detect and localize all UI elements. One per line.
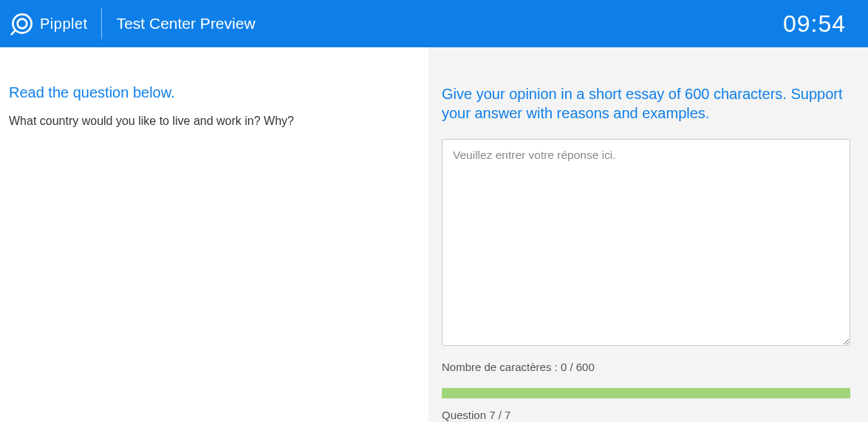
character-count: Nombre de caractères : 0 / 600	[442, 361, 850, 373]
answer-heading: Give your opinion in a short essay of 60…	[442, 84, 850, 123]
svg-point-0	[13, 14, 31, 33]
answer-panel: Give your opinion in a short essay of 60…	[428, 47, 868, 422]
question-heading: Read the question below.	[9, 84, 420, 101]
progress-bar	[442, 388, 850, 398]
question-text: What country would you like to live and …	[9, 115, 420, 128]
brand-logo[interactable]: Pipplet	[9, 8, 102, 39]
main-content: Read the question below. What country wo…	[0, 47, 868, 422]
pipplet-logo-icon	[9, 10, 35, 37]
answer-textarea[interactable]	[442, 139, 850, 346]
svg-point-1	[18, 19, 27, 29]
countdown-timer: 09:54	[783, 10, 859, 38]
brand-text: Pipplet	[40, 16, 88, 33]
question-panel: Read the question below. What country wo…	[0, 47, 428, 422]
question-number: Question 7 / 7	[442, 409, 850, 421]
page-title: Test Center Preview	[117, 15, 256, 33]
header: Pipplet Test Center Preview 09:54	[0, 0, 868, 47]
brand-name: Pipplet	[40, 16, 88, 33]
